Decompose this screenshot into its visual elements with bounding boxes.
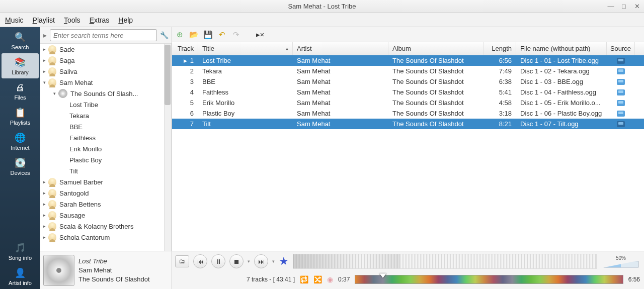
nowplaying-title: Lost Tribe bbox=[78, 257, 150, 266]
artist-icon bbox=[48, 67, 56, 75]
tree-track[interactable]: BBE bbox=[40, 121, 171, 132]
visualizer[interactable] bbox=[293, 254, 597, 269]
search-settings-icon[interactable]: 🔧 bbox=[159, 31, 170, 39]
artist-icon bbox=[48, 233, 56, 241]
save-icon[interactable]: 💾 bbox=[203, 30, 212, 39]
nowplaying-cover[interactable] bbox=[43, 255, 74, 286]
iconstrip-library[interactable]: 📚Library bbox=[2, 53, 39, 78]
source-icon bbox=[617, 68, 625, 74]
clear-playlist-icon[interactable]: ▸× bbox=[256, 30, 265, 39]
col-length[interactable]: Length bbox=[484, 42, 516, 55]
window-title: Sam Mehat - Lost Tribe bbox=[0, 3, 644, 10]
track-row[interactable]: 1Lost TribeSam MehatThe Sounds Of Slashd… bbox=[172, 55, 644, 66]
source-icon bbox=[617, 100, 625, 106]
new-playlist-icon[interactable]: ⊕ bbox=[175, 30, 184, 39]
shuffle-icon[interactable]: 🔀 bbox=[313, 275, 322, 283]
col-file[interactable]: File name (without path) bbox=[516, 42, 607, 55]
song-info-icon: 🎵 bbox=[14, 242, 26, 254]
tree-album[interactable]: ▾The Sounds Of Slash... bbox=[40, 88, 171, 99]
next-button[interactable]: ⏭ bbox=[254, 254, 268, 268]
library-tree[interactable]: ▸Sade▸Saga▸Saliva▾Sam Mehat▾The Sounds O… bbox=[40, 44, 172, 251]
undo-icon[interactable]: ↶ bbox=[217, 30, 226, 39]
iconstrip-playlists[interactable]: 📋Playlists bbox=[0, 104, 40, 129]
col-track[interactable]: Track bbox=[172, 42, 198, 55]
internet-icon: 🌐 bbox=[14, 132, 26, 144]
tree-artist[interactable]: ▸Santogold bbox=[40, 187, 171, 199]
menu-playlist[interactable]: Playlist bbox=[33, 16, 55, 24]
track-row[interactable]: 5Erik MorilloSam MehatThe Sounds Of Slas… bbox=[172, 98, 644, 108]
track-list[interactable]: 1Lost TribeSam MehatThe Sounds Of Slashd… bbox=[172, 55, 644, 251]
menu-help[interactable]: Help bbox=[118, 16, 133, 24]
source-icon bbox=[617, 121, 625, 127]
track-row[interactable]: 6Plastic BoySam MehatThe Sounds Of Slash… bbox=[172, 108, 644, 119]
col-source[interactable]: Source bbox=[607, 42, 635, 55]
tree-artist[interactable]: ▸Saliva bbox=[40, 66, 171, 77]
tree-track[interactable]: Lost Tribe bbox=[40, 99, 171, 110]
menu-tools[interactable]: Tools bbox=[64, 16, 80, 24]
redo-icon[interactable]: ↷ bbox=[231, 30, 240, 39]
artist-icon bbox=[48, 178, 56, 186]
tree-scrollbar[interactable] bbox=[164, 44, 171, 251]
menubar: Music Playlist Tools Extras Help bbox=[0, 13, 644, 27]
tree-artist[interactable]: ▸Sarah Bettens bbox=[40, 199, 171, 210]
search-icon: 🔍 bbox=[14, 31, 26, 43]
col-artist[interactable]: Artist bbox=[293, 42, 388, 55]
stop-button[interactable]: ⏹ bbox=[229, 254, 244, 268]
iconstrip-files[interactable]: 🖨Files bbox=[0, 78, 40, 104]
track-row[interactable]: 3BBESam MehatThe Sounds Of Slashdot6:38D… bbox=[172, 76, 644, 87]
prev-button[interactable]: ⏮ bbox=[193, 254, 207, 268]
iconstrip-devices[interactable]: 💽Devices bbox=[0, 154, 40, 179]
titlebar: Sam Mehat - Lost Tribe — □ ✕ bbox=[0, 0, 644, 13]
files-icon: 🖨 bbox=[14, 81, 26, 93]
library-icon: 📚 bbox=[14, 56, 26, 68]
tree-track[interactable]: Erik Morillo bbox=[40, 143, 171, 154]
playlist-toolbar: ⊕ 📂 💾 ↶ ↷ ▸× bbox=[172, 27, 644, 42]
menu-music[interactable]: Music bbox=[5, 16, 24, 24]
repeat-icon[interactable]: 🔁 bbox=[300, 275, 308, 283]
maximize-button[interactable]: □ bbox=[620, 3, 628, 10]
tree-track[interactable]: Tilt bbox=[40, 165, 171, 176]
track-header[interactable]: Track Title Artist Album Length File nam… bbox=[172, 42, 644, 55]
iconstrip-song-info[interactable]: 🎵Song info bbox=[0, 239, 40, 264]
menu-extras[interactable]: Extras bbox=[90, 16, 110, 24]
playlist-summary: 7 tracks - [ 43:41 ] bbox=[247, 276, 295, 283]
open-icon[interactable]: 📂 bbox=[189, 30, 198, 39]
tree-artist[interactable]: ▸Scala & Kolacny Brothers bbox=[40, 221, 171, 232]
search-prefix-icon[interactable]: ▸ bbox=[42, 31, 48, 39]
artist-icon bbox=[48, 189, 56, 197]
close-button[interactable]: ✕ bbox=[633, 3, 641, 10]
tree-artist[interactable]: ▸Saga bbox=[40, 55, 171, 66]
tree-track[interactable]: Tekara bbox=[40, 110, 171, 121]
iconstrip-spacer bbox=[0, 179, 40, 239]
col-title[interactable]: Title bbox=[198, 42, 293, 55]
track-row[interactable]: 2TekaraSam MehatThe Sounds Of Slashdot7:… bbox=[172, 66, 644, 76]
col-album[interactable]: Album bbox=[388, 42, 484, 55]
stop-dropdown-icon[interactable]: ▾ bbox=[248, 259, 250, 264]
artist-icon bbox=[48, 56, 56, 64]
tree-artist[interactable]: ▾Sam Mehat bbox=[40, 77, 171, 88]
favorite-button[interactable]: ★ bbox=[279, 255, 289, 268]
track-row[interactable]: 7TiltSam MehatThe Sounds Of Slashdot8:21… bbox=[172, 119, 644, 129]
seek-moodbar[interactable] bbox=[355, 275, 623, 284]
artist-icon bbox=[48, 222, 56, 230]
iconstrip-search[interactable]: 🔍Search bbox=[0, 28, 40, 53]
next-dropdown-icon[interactable]: ▾ bbox=[272, 259, 275, 264]
clear-queue-button[interactable]: 🗂 bbox=[175, 255, 189, 267]
minimize-button[interactable]: — bbox=[607, 3, 615, 10]
nowplaying-box: Lost Tribe Sam Mehat The Sounds Of Slash… bbox=[40, 251, 172, 289]
search-input[interactable] bbox=[50, 29, 157, 41]
tree-track[interactable]: Plastic Boy bbox=[40, 154, 171, 165]
album-icon bbox=[58, 89, 67, 98]
lastfm-icon[interactable]: ◉ bbox=[327, 275, 333, 283]
iconstrip-internet[interactable]: 🌐Internet bbox=[0, 129, 40, 154]
artist-icon bbox=[48, 45, 56, 53]
tree-artist[interactable]: ▸Sausage bbox=[40, 210, 171, 221]
tree-artist[interactable]: ▸Sade bbox=[40, 44, 171, 55]
tree-track[interactable]: Faithless bbox=[40, 132, 171, 143]
track-row[interactable]: 4FaithlessSam MehatThe Sounds Of Slashdo… bbox=[172, 87, 644, 98]
volume-slider[interactable] bbox=[603, 261, 638, 268]
pause-button[interactable]: ⏸ bbox=[211, 254, 225, 268]
iconstrip-artist-info[interactable]: 👤Artist info bbox=[0, 264, 40, 289]
tree-artist[interactable]: ▸Samuel Barber bbox=[40, 176, 171, 187]
tree-artist[interactable]: ▸Schola Cantorum bbox=[40, 232, 171, 243]
